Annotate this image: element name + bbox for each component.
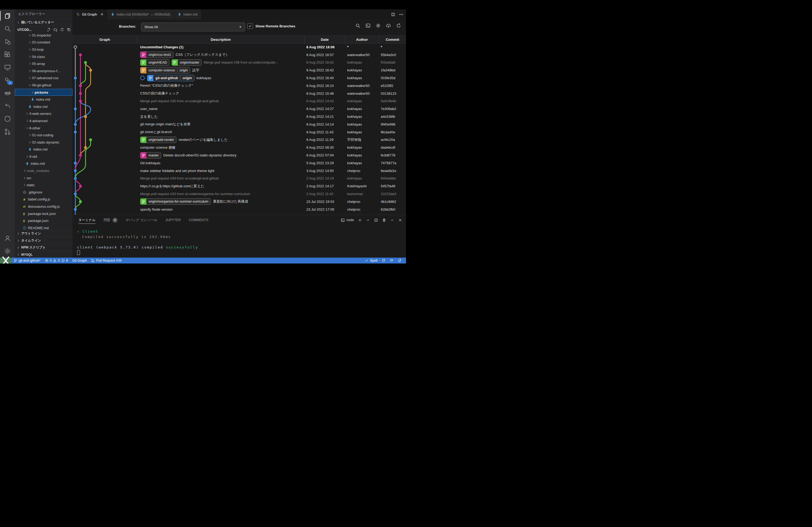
gear-icon[interactable] xyxy=(376,23,381,28)
activity-docker-icon[interactable] xyxy=(0,87,15,100)
branch-label-master[interactable]: master xyxy=(140,152,161,159)
refresh-icon[interactable] xyxy=(60,28,64,32)
commit-row[interactable]: git cloneとgit branch6 Aug 2022 11:43kokh… xyxy=(73,128,406,136)
shell-selector[interactable]: node xyxy=(341,218,354,222)
branch-label-origin/master[interactable]: origin/master xyxy=(172,59,202,66)
commit-radio-icon[interactable] xyxy=(140,76,145,80)
commit-row[interactable]: origin/add-renderrenderのページを編集しました6 Aug … xyxy=(73,136,406,144)
branch-label-origin/reorganize-for-summer-curriculum[interactable]: origin/reorganize-for-summer-curriculum xyxy=(140,198,211,205)
commit-row[interactable]: Git kokhayas5 Aug 2022 23:29kokhayas7475… xyxy=(73,159,406,167)
tree-item-02-static-dynamic[interactable]: 02-static-dynamic xyxy=(15,139,73,146)
tree-item-4-advanced[interactable]: 4-advanced xyxy=(15,117,73,124)
commit-row[interactable]: CSSの節の画像チェック6 Aug 2022 15:48waterwalker5… xyxy=(73,90,406,97)
new-file-icon[interactable] xyxy=(47,28,51,32)
tree-item-9-old[interactable]: 9-old xyxy=(15,153,73,160)
branch-label-origin/css-test1[interactable]: origin/css-test1 xyxy=(140,51,173,58)
branch-label-git-and-github[interactable]: git-and-githuborigin xyxy=(147,75,194,81)
plus-icon[interactable] xyxy=(358,218,362,222)
activity-github-icon[interactable] xyxy=(0,112,15,125)
branch-label-origin/add-render[interactable]: origin/add-render xyxy=(140,137,176,143)
activity-run-debug-icon[interactable] xyxy=(0,35,15,48)
activity-accounts-circles-icon[interactable]: 1 xyxy=(0,74,15,87)
commit-row[interactable]: https://.co.jpをhttps://github.comに変えた2 A… xyxy=(73,182,406,190)
tree-item-node_modules[interactable]: node_modules xyxy=(15,167,73,175)
activity-extensions-icon[interactable] xyxy=(0,48,15,61)
commit-row[interactable]: 文を直した6 Aug 2022 14:21kokhayasa4c538fb xyxy=(73,113,406,120)
tree-item-index.md[interactable]: index.md xyxy=(15,160,73,167)
tree-item-package-lock.json[interactable]: {}package-lock.json xyxy=(15,210,73,217)
tree-item-index.md[interactable]: index.md xyxy=(15,103,73,110)
terminal-tab-ターミナル[interactable]: ターミナル xyxy=(78,215,96,225)
tree-item-07-advanced-css[interactable]: 07-advanced-css xyxy=(15,75,73,82)
column-header-Author[interactable]: Author xyxy=(345,35,379,44)
activity-account-icon[interactable] xyxy=(0,232,15,245)
status-Pull Request #34[interactable]: Pull Request #34 xyxy=(89,259,124,262)
sidebar-section-タイムライン[interactable]: タイムライン xyxy=(15,237,76,244)
tree-item-babel.config.js[interactable]: Bbabel.config.js xyxy=(15,196,73,203)
commit-row[interactable]: git-and-githuboriginkokhayas6 Aug 2022 1… xyxy=(73,74,406,82)
tree-item-.gitignore[interactable]: .gitignore xyxy=(15,189,73,196)
commit-row[interactable]: masterDelete docs/8-other/02-static-dyna… xyxy=(73,151,406,159)
remote-indicator[interactable] xyxy=(0,258,12,264)
close-icon[interactable]: ✕ xyxy=(100,12,103,16)
status-problems[interactable]: 008 xyxy=(43,259,70,262)
commit-row[interactable]: make sidebar foldable and set prism them… xyxy=(73,167,406,175)
status-bell-dot-icon[interactable] xyxy=(395,259,404,262)
status-Spell[interactable]: Spell xyxy=(363,259,379,262)
tree-item-04-class[interactable]: 04-class xyxy=(15,53,73,60)
commit-row[interactable]: origin/css-test1CSS（フレックスボックスまで）6 Aug 20… xyxy=(73,51,406,59)
open-editors-section[interactable]: 開いているエディター xyxy=(15,19,73,26)
activity-search-icon[interactable] xyxy=(0,22,15,35)
terminal-tab-デバッグ コンソール[interactable]: デバッグ コンソール xyxy=(126,215,157,225)
commit-row[interactable]: Merge pull request #34 from ut-code/git-… xyxy=(73,175,406,182)
commit-row[interactable]: git merge origin mainなどを加筆6 Aug 2022 14:… xyxy=(73,120,406,128)
branch-label-origin/HEAD[interactable]: origin/HEAD xyxy=(140,59,170,66)
split-editor-icon[interactable] xyxy=(391,12,395,17)
terminal-output[interactable]: ✓ ClientCompiled successfully in 202.08m… xyxy=(77,229,198,255)
tree-item-08-git-github[interactable]: 08-git-github xyxy=(15,81,73,89)
commit-row[interactable]: user_name6 Aug 2022 14:27kokhayas7e306ab… xyxy=(73,105,406,113)
tree-item-package.json[interactable]: {}package.json xyxy=(15,217,73,224)
tab-index.md[interactable]: index.md xyxy=(174,10,201,19)
tree-item-README.md[interactable]: README.md xyxy=(15,224,73,231)
refresh-icon[interactable] xyxy=(396,23,401,28)
commit-row[interactable]: computer science 俯瞰6 Aug 2022 08:30kokha… xyxy=(73,144,406,151)
column-header-Date[interactable]: Date xyxy=(304,35,345,44)
close-icon[interactable] xyxy=(398,218,402,222)
commit-row[interactable]: Revert "CSSの節の画像チェック"6 Aug 2022 16:10wat… xyxy=(73,82,406,90)
sidebar-section-MYSQL[interactable]: MYSQL xyxy=(15,251,76,258)
status-git-and-github*[interactable]: git-and-github* xyxy=(12,259,43,262)
tab-Git Graph[interactable]: Git Graph✕ xyxy=(73,10,107,19)
commit-row[interactable]: specify Node version23 Jul 2022 17:09che… xyxy=(73,206,406,213)
tree-item-02-constant[interactable]: 02-constant xyxy=(15,39,73,46)
tree-item-index.md[interactable]: index.md xyxy=(15,146,73,153)
tree-item-pictures[interactable]: pictures xyxy=(15,89,73,96)
commit-row[interactable]: computer-scienceorigin誤字6 Aug 2022 16:42… xyxy=(73,66,406,74)
trash-icon[interactable] xyxy=(382,218,386,222)
collapse-all-icon[interactable] xyxy=(67,28,71,32)
split-pane-icon[interactable] xyxy=(374,218,378,222)
workspace-section[interactable]: UTCOD... xyxy=(15,26,73,33)
terminal-box-icon[interactable] xyxy=(365,23,371,28)
sidebar-section-NPM スクリプト[interactable]: NPM スクリプト xyxy=(15,244,76,251)
tree-item-docusaurus.config.js[interactable]: JSdocusaurus.config.js xyxy=(15,203,73,210)
tree-item-8-other[interactable]: 8-other xyxy=(15,124,73,132)
terminal-tab-JUPYTER[interactable]: JUPYTER xyxy=(165,215,181,225)
ellipsis-icon[interactable] xyxy=(399,12,403,17)
tree-item-src[interactable]: src xyxy=(15,175,73,182)
find-icon[interactable] xyxy=(355,23,360,28)
chevron-down-icon[interactable] xyxy=(366,218,370,222)
tree-item-index.md[interactable]: index.md xyxy=(15,96,73,103)
tree-item-3-web-servers[interactable]: 3-web-servers xyxy=(15,110,73,118)
activity-pull-request-icon[interactable] xyxy=(0,125,15,138)
commit-row[interactable]: Uncommitted Changes (1)6 Aug 2022 18:06*… xyxy=(73,43,406,51)
tree-item-01-not-coding[interactable]: 01-not-coding xyxy=(15,132,73,139)
column-header-Commit[interactable]: Commit xyxy=(379,35,406,44)
branch-label-computer-science[interactable]: computer-scienceorigin xyxy=(140,67,190,74)
status-octoface-icon[interactable] xyxy=(380,259,388,262)
commit-row[interactable]: origin/HEADorigin/masterMerge pull reque… xyxy=(73,59,406,66)
tree-item-05-array[interactable]: 05-array xyxy=(15,60,73,67)
status-feedback-icon[interactable] xyxy=(388,259,395,262)
tab-index.md (003fe35d^ ↔ 003fe35d)[interactable]: index.md (003fe35d^ ↔ 003fe35d) xyxy=(107,10,174,19)
column-header-Graph[interactable]: Graph xyxy=(73,35,137,44)
